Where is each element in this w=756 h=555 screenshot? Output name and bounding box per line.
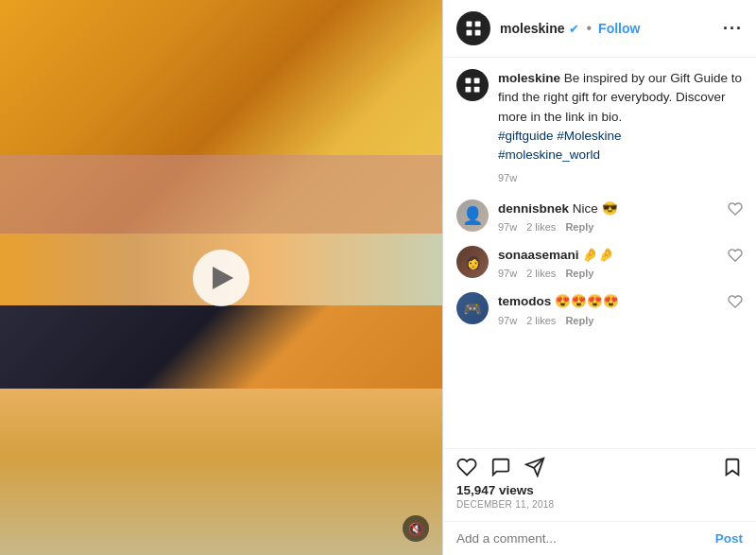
more-options-button[interactable]: ···: [723, 19, 743, 39]
verified-badge: ✔: [569, 22, 579, 36]
comment-avatar-dennis: 👤: [456, 199, 489, 232]
video-bg-bottom: [0, 389, 442, 555]
caption-hashtags: #giftguide #Moleskine#moleskine_world: [498, 129, 622, 162]
comment-like-button-temodos[interactable]: [728, 294, 743, 312]
actions-bar: 15,947 views December 11, 2018: [443, 448, 756, 521]
comment-content-sona: 🤌🤌: [582, 248, 614, 262]
play-button[interactable]: [193, 250, 249, 306]
moleskine-logo-icon: [464, 19, 483, 38]
comment-meta-sona: 97w 2 likes Reply: [498, 268, 718, 279]
comment-likes-temodos[interactable]: 2 likes: [526, 315, 556, 326]
header-avatar: [456, 11, 490, 45]
caption-text-area: moleskine Be inspired by our Gift Guide …: [498, 69, 743, 186]
svg-rect-0: [467, 22, 472, 27]
post-header: moleskine ✔ • Follow ···: [443, 0, 756, 58]
comment-body-temodos: temodos 😍😍😍😍 97w 2 likes Reply: [498, 292, 718, 325]
comment-row: 👩 sonaasemani 🤌🤌 97w 2 likes Reply: [456, 246, 743, 279]
comment-like-button-dennis[interactable]: [728, 201, 743, 219]
dot-separator: •: [586, 20, 592, 37]
comment-body-dennis: dennisbnek Nice 😎 97w 2 likes Reply: [498, 199, 718, 233]
commenter-name-sona[interactable]: sonaasemani: [498, 248, 579, 262]
post-comment-button[interactable]: Post: [715, 531, 743, 546]
comment-row: 👤 dennisbnek Nice 😎 97w 2 likes Reply: [456, 199, 743, 233]
comment-like-button-sona[interactable]: [728, 248, 743, 266]
comment-row: 🎮 temodos 😍😍😍😍 97w 2 likes Reply: [456, 292, 743, 325]
comment-reply-temodos[interactable]: Reply: [565, 315, 593, 326]
action-icons-row: [456, 457, 743, 477]
caption-avatar: [456, 69, 489, 101]
commenter-name-temodos[interactable]: temodos: [498, 294, 551, 308]
caption-block: moleskine Be inspired by our Gift Guide …: [456, 69, 743, 186]
comment-meta-temodos: 97w 2 likes Reply: [498, 315, 718, 326]
info-panel: moleskine ✔ • Follow ··· moleskine Be in…: [442, 0, 756, 555]
add-comment-input[interactable]: [456, 531, 715, 546]
svg-rect-5: [474, 78, 480, 84]
comment-likes-sona[interactable]: 2 likes: [526, 268, 556, 279]
comment-time-sona: 97w: [498, 268, 517, 279]
add-comment-row: Post: [443, 521, 756, 555]
video-panel: 🔇: [0, 0, 442, 555]
follow-button[interactable]: Follow: [598, 21, 640, 36]
comment-text-temodos: temodos 😍😍😍😍: [498, 292, 718, 311]
svg-rect-4: [466, 78, 472, 84]
comment-reply-dennis[interactable]: Reply: [565, 221, 593, 233]
share-button[interactable]: [524, 457, 545, 477]
comment-avatar-temodos: 🎮: [456, 292, 489, 324]
svg-rect-3: [475, 30, 481, 36]
comment-content-temodos: 😍😍😍😍: [555, 294, 619, 308]
commenter-name-dennis[interactable]: dennisbnek: [498, 201, 569, 216]
comment-text-dennis: dennisbnek Nice 😎: [498, 199, 718, 218]
like-button[interactable]: [456, 457, 477, 477]
mute-button[interactable]: 🔇: [403, 515, 429, 542]
comment-body-sona: sonaasemani 🤌🤌 97w 2 likes Reply: [498, 246, 718, 279]
svg-rect-2: [467, 30, 472, 36]
bookmark-button[interactable]: [722, 457, 743, 477]
header-username[interactable]: moleskine: [500, 21, 564, 36]
comment-likes-dennis[interactable]: 2 likes: [526, 221, 556, 233]
comment-time-dennis: 97w: [498, 221, 517, 233]
svg-rect-1: [475, 22, 481, 27]
caption-logo-icon: [463, 76, 482, 95]
post-date: December 11, 2018: [456, 499, 743, 510]
play-icon: [213, 267, 233, 289]
comment-content-dennis: Nice 😎: [573, 201, 618, 216]
svg-rect-6: [466, 87, 472, 93]
comments-area: moleskine Be inspired by our Gift Guide …: [443, 58, 756, 448]
mute-icon: 🔇: [408, 522, 423, 536]
caption-username[interactable]: moleskine: [498, 71, 560, 85]
comment-button[interactable]: [490, 457, 511, 477]
svg-rect-7: [474, 87, 480, 93]
comment-meta-dennis: 97w 2 likes Reply: [498, 221, 718, 233]
comment-text-sona: sonaasemani 🤌🤌: [498, 246, 718, 265]
comment-time-temodos: 97w: [498, 315, 517, 326]
views-count: 15,947 views: [456, 483, 743, 497]
caption-time: 97w: [498, 170, 743, 186]
comment-reply-sona[interactable]: Reply: [565, 268, 593, 279]
comment-avatar-sona: 👩: [456, 246, 489, 278]
